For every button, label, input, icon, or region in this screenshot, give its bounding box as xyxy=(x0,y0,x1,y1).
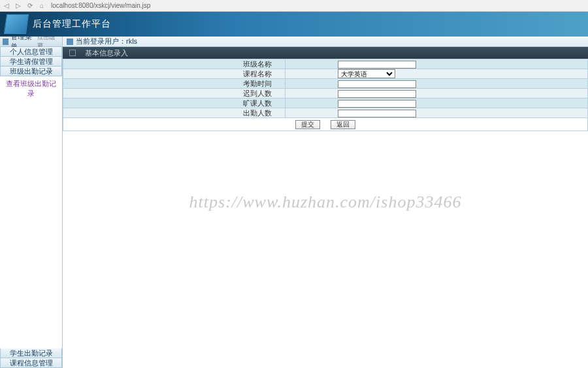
sidebar-item-personal[interactable]: 个人信息管理 xyxy=(0,47,62,57)
label-present: 出勤人数 xyxy=(63,108,286,118)
content-area: 当前登录用户：rkls 基本信息录入 班级名称 课程名称 大学英语 考勤时间 xyxy=(63,37,588,368)
sidebar-item-course[interactable]: 课程信息管理 xyxy=(0,358,62,368)
label-class: 班级名称 xyxy=(63,59,286,69)
home-icon[interactable]: ⌂ xyxy=(38,2,46,10)
forward-icon[interactable]: ▷ xyxy=(14,2,22,10)
input-late-count[interactable] xyxy=(338,90,416,98)
form-table: 班级名称 课程名称 大学英语 考勤时间 迟到人数 旷课人数 xyxy=(63,59,588,131)
section-box-icon xyxy=(69,50,76,56)
sidebar-spacer xyxy=(0,101,62,348)
sidebar-item-student-attendance[interactable]: 学生出勤记录 xyxy=(0,348,62,358)
sidebar-item-leave[interactable]: 学生请假管理 xyxy=(0,57,62,67)
watermark: https://www.huzhan.com/ishop33466 xyxy=(189,192,462,212)
url-bar[interactable]: localhost:8080/xskcj/view/main.jsp xyxy=(51,2,585,9)
user-icon xyxy=(67,38,73,45)
main-container: 管理菜单 点击隐藏 个人信息管理 学生请假管理 班级出勤记录 查看班级出勤记录 … xyxy=(0,37,588,368)
reload-icon[interactable]: ⟳ xyxy=(26,2,34,10)
form-row-late: 迟到人数 xyxy=(63,89,588,99)
form-row-course: 课程名称 大学英语 xyxy=(63,69,588,79)
label-absent: 旷课人数 xyxy=(63,99,286,108)
submit-button[interactable]: 提交 xyxy=(295,120,320,129)
form-button-row: 提交 返回 xyxy=(63,118,588,131)
input-absent-count[interactable] xyxy=(338,100,416,108)
input-class-name[interactable] xyxy=(338,61,416,69)
browser-chrome: ◁ ▷ ⟳ ⌂ localhost:8080/xskcj/view/main.j… xyxy=(0,0,588,12)
back-button[interactable]: 返回 xyxy=(331,120,355,129)
input-present-count[interactable] xyxy=(338,110,416,117)
app-title: 后台管理工作平台 xyxy=(33,18,111,30)
form-row-time: 考勤时间 xyxy=(63,79,588,89)
input-attendance-time[interactable] xyxy=(338,80,416,88)
form-row-present: 出勤人数 xyxy=(63,108,588,118)
menu-icon xyxy=(3,38,8,45)
label-late: 迟到人数 xyxy=(63,89,286,99)
status-bar: 当前登录用户：rkls xyxy=(63,37,588,47)
app-header: 后台管理工作平台 xyxy=(0,12,588,37)
back-icon[interactable]: ◁ xyxy=(3,2,10,10)
section-header: 基本信息录入 xyxy=(63,47,588,59)
sidebar: 管理菜单 点击隐藏 个人信息管理 学生请假管理 班级出勤记录 查看班级出勤记录 … xyxy=(0,37,63,368)
sidebar-active-link[interactable]: 查看班级出勤记录 xyxy=(0,76,62,101)
section-title: 基本信息录入 xyxy=(85,48,128,58)
form-row-class: 班级名称 xyxy=(63,59,588,69)
browser-nav-icons: ◁ ▷ ⟳ ⌂ xyxy=(3,2,46,10)
select-course-name[interactable]: 大学英语 xyxy=(338,69,395,78)
sidebar-header: 管理菜单 点击隐藏 xyxy=(0,37,62,47)
sidebar-item-attendance[interactable]: 班级出勤记录 xyxy=(0,67,62,76)
form-row-absent: 旷课人数 xyxy=(63,99,588,108)
label-course: 课程名称 xyxy=(63,69,286,79)
logo-icon xyxy=(4,14,29,34)
current-user-label: 当前登录用户：rkls xyxy=(76,37,137,46)
label-time: 考勤时间 xyxy=(63,79,286,89)
